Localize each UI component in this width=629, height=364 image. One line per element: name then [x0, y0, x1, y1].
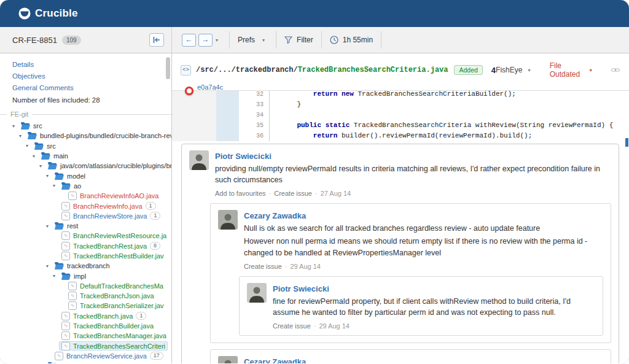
line-number[interactable]: 35	[239, 120, 270, 131]
link-icon[interactable]	[611, 67, 620, 73]
diff-toolbar: ← → ▾ Prefs ▾ Filter 1h 55min	[172, 27, 629, 53]
tree-file-trackedbranchesmanager-java[interactable]: ∿TrackedBranchesManager.java	[0, 331, 171, 341]
tree-file-branchreviewrestresource-ja[interactable]: ∿BranchReviewRestResource.ja	[0, 231, 171, 241]
review-id[interactable]: CR-FE-8851	[12, 36, 57, 45]
tree-expander-icon[interactable]: ▾	[46, 263, 52, 269]
comment-action-create-issue[interactable]: Create issue	[244, 263, 282, 270]
commit-revision-link[interactable]: e0a7a4c	[197, 83, 223, 91]
tree-file-label: TrackedBranch.java	[73, 312, 133, 320]
tree-folder-label: model	[67, 172, 85, 180]
gutter-added[interactable]	[216, 120, 239, 131]
gutter-left[interactable]	[172, 120, 216, 131]
gutter-added[interactable]	[216, 131, 239, 141]
tree-folder-rest[interactable]: ▾rest	[0, 221, 171, 231]
tree-expander-icon[interactable]: ▾	[39, 163, 45, 169]
tree-expander-icon[interactable]: ▾	[33, 153, 39, 159]
tree-file-trackedbranch-java[interactable]: ∿TrackedBranch.java1	[0, 311, 171, 321]
tree-folder-bundled-plugins-bundled-crucible-branch-review[interactable]: ▾bundled-plugins/bundled/crucible-branch…	[0, 131, 171, 141]
tree-folder-java-com-atlassian-crucible-plugins-br[interactable]: ▾java/com/atlassian/crucible/plugins/br	[0, 161, 171, 171]
comment-author[interactable]: Piotr Swiecicki	[273, 284, 329, 293]
comment-reply-box: Cezary ZawadkaMy mistake - for withRevie…	[210, 349, 611, 363]
tree-folder-src[interactable]: ▾src	[0, 121, 171, 131]
file-outdated-menu[interactable]: File Outdated ▾	[550, 61, 595, 79]
comment-author[interactable]: Cezary Zawadka	[244, 357, 306, 363]
tree-folder-label: bundled-plugins/bundled/crucible-branch-…	[40, 132, 171, 139]
tree-folder-label: ao	[74, 182, 81, 190]
folder-icon	[55, 262, 64, 269]
tree-expander-icon[interactable]: ▾	[53, 273, 59, 279]
comment-date: 29 Aug 14	[319, 322, 350, 330]
file-status-badge: Added	[454, 65, 482, 75]
comment-action-create-issue[interactable]: Create issue	[274, 190, 312, 197]
sidebar-item-details[interactable]: Details	[0, 59, 171, 71]
comment-cezary-zawadka: Cezary ZawadkaMy mistake - for withRevie…	[218, 356, 603, 363]
source-code: public static TrackedBranchesSearchCrite…	[270, 120, 613, 131]
tree-expander-icon[interactable]: ▾	[12, 123, 18, 129]
fisheye-menu[interactable]: FishEye ▾	[496, 66, 533, 74]
sidebar-item-general-comments[interactable]: General Comments	[0, 82, 171, 94]
tree-file-branchreviewservice-java[interactable]: ∿BranchReviewService.java17	[0, 351, 171, 361]
line-number[interactable]: 36	[239, 131, 270, 141]
tree-file-branchreviewinfoao-java[interactable]: ∿BranchReviewInfoAO.java	[0, 191, 171, 201]
comment-author[interactable]: Piotr Swiecicki	[215, 152, 272, 161]
tree-expander-icon[interactable]: ▾	[26, 143, 32, 149]
file-path[interactable]: /src/.../trackedbranch/TrackedBranchesSe…	[196, 66, 448, 74]
gutter-added[interactable]	[216, 110, 239, 120]
tree-expander-icon[interactable]: ▾	[46, 173, 52, 179]
line-number[interactable]: 34	[239, 110, 270, 120]
time-spent-indicator[interactable]: 1h 55min	[330, 36, 373, 44]
tree-folder-ao[interactable]: ▾ao	[0, 181, 171, 191]
tree-folder-trackedbranch[interactable]: ▾trackedbranch	[0, 261, 171, 271]
tree-folder-src[interactable]: ▾src	[0, 141, 171, 151]
tree-folder-resources[interactable]: ▾resources	[0, 361, 171, 363]
nav-dropdown-caret[interactable]: ▾	[213, 37, 221, 43]
file-icon: ∿	[61, 331, 70, 340]
comment-scroll-marker[interactable]	[625, 138, 628, 147]
file-icon: ∿	[61, 242, 70, 250]
tree-file-branchreviewinfo-java[interactable]: ∿BranchReviewInfo.java1	[0, 201, 171, 211]
gutter-added[interactable]	[216, 99, 239, 110]
tree-file-branchreviewstore-java[interactable]: ∿BranchReviewStore.java1	[0, 211, 171, 221]
tree-file-label: BranchReviewRestResource.ja	[73, 232, 166, 239]
prefs-menu[interactable]: Prefs ▾	[238, 36, 268, 44]
sidebar-item-objectives[interactable]: Objectives	[0, 71, 171, 82]
gutter-left[interactable]	[172, 110, 216, 120]
sidebar-scrollbar[interactable]	[166, 57, 170, 79]
comment-action-create-issue[interactable]: Create issue	[273, 322, 311, 330]
gutter-left[interactable]	[172, 99, 216, 110]
gutter-left[interactable]	[172, 131, 216, 141]
collapse-sidebar-button[interactable]	[149, 33, 164, 47]
sidebar-links: DetailsObjectivesGeneral Comments	[0, 59, 171, 94]
comment-author[interactable]: Cezary Zawadka	[244, 211, 306, 220]
tree-folder-impl[interactable]: ▾impl	[0, 271, 171, 281]
filter-label: Filter	[297, 36, 313, 44]
tree-folder-main[interactable]: ▾main	[0, 151, 171, 161]
tree-folder-label: resources	[60, 362, 90, 363]
tree-file-trackedbranchrest-java[interactable]: ∿TrackedBranchRest.java8	[0, 241, 171, 251]
tree-file-trackedbranchserializer-jav[interactable]: ∿TrackedBranchSerializer.jav	[0, 301, 171, 311]
tree-file-trackedbranchessearchcriteri[interactable]: ∿TrackedBranchesSearchCriteri	[0, 341, 171, 351]
commit-marker-icon[interactable]	[185, 87, 193, 95]
tree-file-trackedbranchbuilder-java[interactable]: ∿TrackedBranchBuilder.java	[0, 321, 171, 331]
tree-file-defaulttrackedbranchesma[interactable]: ∿DefaultTrackedBranchesMa	[0, 281, 171, 291]
prefs-label: Prefs	[238, 36, 255, 44]
previous-diff-button[interactable]: ←	[182, 34, 196, 47]
tree-file-label: TrackedBranchBuilder.java	[73, 322, 154, 330]
file-name[interactable]: TrackedBranchesSearchCriteria.java	[298, 66, 448, 74]
tree-file-trackedbranchjson-java[interactable]: ∿TrackedBranchJson.java	[0, 291, 171, 301]
next-diff-button[interactable]: →	[198, 34, 213, 47]
comment-action-add-to-favourites[interactable]: Add to favourites	[215, 190, 266, 197]
fisheye-caret-icon: ▾	[525, 68, 533, 73]
avatar	[189, 150, 209, 170]
tree-file-trackedbranchrestbuilder-jav[interactable]: ∿TrackedBranchRestBuilder.jav	[0, 251, 171, 261]
comment-footer: Add to favourites·Create issue·27 Aug 14	[215, 190, 611, 197]
file-icon: ∿	[68, 192, 77, 200]
tree-expander-icon[interactable]: ▾	[53, 183, 59, 188]
tree-expander-icon[interactable]: ▾	[46, 223, 52, 229]
filter-menu[interactable]: Filter	[284, 36, 313, 44]
line-number[interactable]: 33	[239, 99, 270, 110]
folder-icon	[21, 122, 30, 130]
file-comment-count-badge: 8	[150, 242, 160, 250]
tree-folder-model[interactable]: ▾model	[0, 171, 171, 180]
tree-expander-icon[interactable]: ▾	[19, 133, 25, 139]
